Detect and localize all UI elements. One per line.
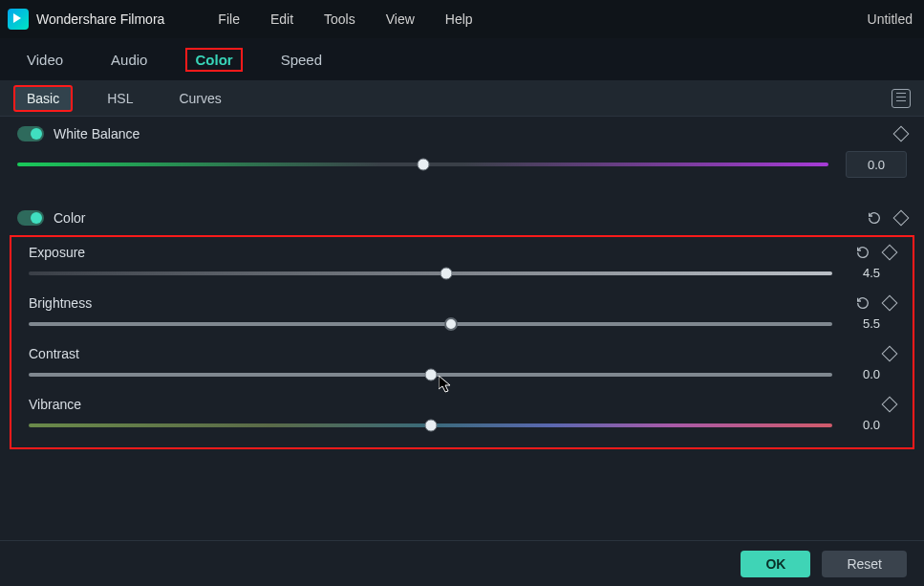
vibrance-thumb[interactable] xyxy=(424,419,437,431)
color-section-header: Color xyxy=(0,195,924,231)
white-balance-slider-row: 0.0 xyxy=(0,147,924,195)
menu-tools[interactable]: Tools xyxy=(309,11,371,27)
contrast-value[interactable]: 0.0 xyxy=(848,367,895,381)
brightness-thumb[interactable] xyxy=(444,317,458,331)
menu-edit[interactable]: Edit xyxy=(255,11,309,27)
menu-file[interactable]: File xyxy=(203,11,255,27)
white-balance-value[interactable]: 0.0 xyxy=(846,151,907,178)
contrast-header: Contrast xyxy=(11,338,913,365)
svg-marker-0 xyxy=(439,376,450,392)
contrast-thumb[interactable] xyxy=(424,368,437,380)
brightness-label: Brightness xyxy=(29,295,855,311)
exposure-label: Exposure xyxy=(29,245,855,260)
tab-color[interactable]: Color xyxy=(185,48,242,72)
contrast-slider[interactable] xyxy=(29,373,832,377)
main-tab-bar: Video Audio Color Speed xyxy=(0,38,924,80)
exposure-value[interactable]: 4.5 xyxy=(848,266,895,280)
save-preset-icon[interactable] xyxy=(892,89,911,108)
reset-button[interactable]: Reset xyxy=(822,551,907,577)
ok-button[interactable]: OK xyxy=(741,551,810,577)
brightness-row: 5.5 xyxy=(11,315,913,338)
app-logo-icon xyxy=(8,9,29,30)
title-bar: Wondershare Filmora File Edit Tools View… xyxy=(0,0,924,38)
white-balance-label: White Balance xyxy=(54,126,895,141)
subtab-basic[interactable]: Basic xyxy=(13,85,73,112)
color-panel: White Balance 0.0 Color Exposure xyxy=(0,117,924,540)
exposure-keyframe-icon[interactable] xyxy=(882,245,898,261)
color-toggle[interactable] xyxy=(17,210,44,226)
color-keyframe-icon[interactable] xyxy=(893,210,910,227)
white-balance-header: White Balance xyxy=(0,117,924,147)
vibrance-keyframe-icon[interactable] xyxy=(882,397,898,413)
vibrance-label: Vibrance xyxy=(29,397,884,412)
tab-audio[interactable]: Audio xyxy=(101,48,157,72)
brightness-value[interactable]: 5.5 xyxy=(848,316,895,331)
contrast-row: 0.0 xyxy=(11,365,913,389)
vibrance-value[interactable]: 0.0 xyxy=(848,418,895,432)
tab-speed[interactable]: Speed xyxy=(271,48,332,72)
brightness-reset-icon[interactable] xyxy=(855,295,870,311)
exposure-slider[interactable] xyxy=(29,271,832,275)
tab-video[interactable]: Video xyxy=(17,48,73,72)
document-title: Untitled xyxy=(868,11,916,27)
white-balance-thumb[interactable] xyxy=(417,159,429,171)
menu-help[interactable]: Help xyxy=(430,11,488,27)
contrast-label: Contrast xyxy=(29,346,884,361)
vibrance-header: Vibrance xyxy=(11,389,913,416)
brightness-slider[interactable] xyxy=(29,322,832,326)
brightness-keyframe-icon[interactable] xyxy=(882,295,898,312)
sub-tab-bar: Basic HSL Curves xyxy=(0,80,924,117)
exposure-reset-icon[interactable] xyxy=(855,245,870,260)
exposure-row: 4.5 xyxy=(11,264,913,288)
app-name: Wondershare Filmora xyxy=(36,11,164,27)
vibrance-row: 0.0 xyxy=(11,416,913,440)
subtab-hsl[interactable]: HSL xyxy=(96,87,144,110)
contrast-keyframe-icon[interactable] xyxy=(882,346,898,362)
subtab-curves[interactable]: Curves xyxy=(167,87,232,110)
exposure-thumb[interactable] xyxy=(441,267,453,279)
exposure-header: Exposure xyxy=(11,237,913,264)
vibrance-slider[interactable] xyxy=(29,423,832,427)
white-balance-slider[interactable] xyxy=(17,163,828,166)
white-balance-toggle[interactable] xyxy=(17,126,44,141)
white-balance-keyframe-icon[interactable] xyxy=(893,126,910,142)
footer: OK Reset xyxy=(0,540,924,586)
color-properties-group: Exposure 4.5 Brightness 5.5 xyxy=(10,235,914,449)
menu-view[interactable]: View xyxy=(371,11,430,27)
brightness-header: Brightness xyxy=(11,288,913,315)
color-section-label: Color xyxy=(54,210,867,226)
color-reset-icon[interactable] xyxy=(867,210,882,226)
